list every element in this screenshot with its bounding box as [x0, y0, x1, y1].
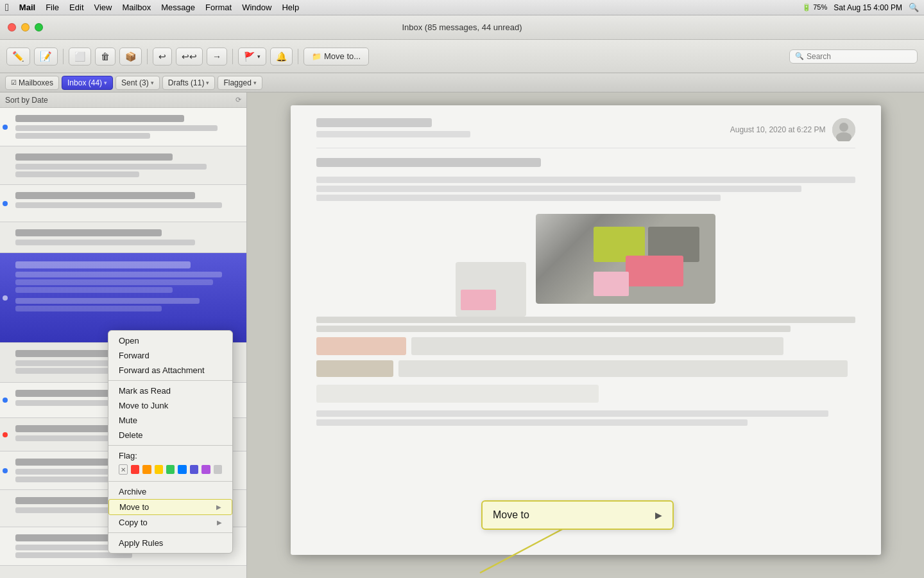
search-input[interactable] — [807, 52, 912, 61]
sort-by-date-button[interactable]: Sort by Date — [5, 96, 48, 105]
menu-message[interactable]: Message — [161, 3, 195, 12]
ctx-flag-orange[interactable] — [142, 465, 151, 474]
ctx-flag-gray[interactable] — [214, 465, 222, 474]
menu-mailbox[interactable]: Mailbox — [122, 3, 151, 12]
ctx-mute[interactable]: Mute — [108, 413, 232, 428]
notification-button[interactable]: 🔔 — [270, 48, 293, 66]
ctx-flag-indigo[interactable] — [201, 465, 210, 474]
tab-flagged-label: Flagged — [223, 78, 251, 87]
mail-window: Inbox (85 messages, 44 unread) ✏️ 📝 ⬜ 🗑 … — [0, 15, 924, 578]
move-to-bubble-arrow-icon: ▶ — [655, 510, 662, 520]
ctx-copy-to-label: Copy to — [119, 518, 148, 527]
ctx-open-label: Open — [119, 336, 139, 346]
list-item[interactable] — [0, 253, 246, 343]
ctx-flag-green[interactable] — [166, 465, 175, 474]
tab-inbox-chevron: ▾ — [104, 80, 107, 86]
tab-sent-chevron: ▾ — [151, 80, 154, 86]
menu-edit[interactable]: Edit — [69, 3, 83, 12]
menu-bar-right: 🔋 75% Sat Aug 15 4:00 PM 🔍 — [802, 3, 919, 12]
window-controls — [8, 23, 43, 31]
tab-inbox[interactable]: Inbox (44) ▾ — [62, 76, 113, 90]
apple-menu[interactable]:  — [5, 2, 9, 13]
move-to-icon: 📁 — [312, 52, 321, 61]
maximize-button[interactable] — [35, 23, 43, 31]
search-box[interactable]: 🔍 — [789, 49, 918, 64]
menu-bar-left:  Mail File Edit View Mailbox Message Fo… — [5, 2, 299, 13]
junk-icon: 📦 — [125, 51, 136, 62]
ctx-forward-attachment[interactable]: Forward as Attachment — [108, 363, 232, 378]
delete-button[interactable]: 🗑 — [95, 48, 116, 66]
blur-row — [316, 326, 791, 332]
list-item[interactable] — [0, 108, 246, 146]
ctx-apply-rules[interactable]: Apply Rules — [108, 536, 232, 550]
ctx-flag-none[interactable]: ✕ — [119, 464, 128, 475]
email-from-blurred — [316, 118, 432, 127]
email-preview-panel: August 10, 2020 at 6:22 PM — [247, 92, 924, 578]
ctx-delete[interactable]: Delete — [108, 428, 232, 442]
search-icon: 🔍 — [795, 52, 804, 60]
ctx-flag-yellow[interactable] — [155, 465, 163, 474]
forward-button[interactable]: → — [207, 48, 227, 66]
ctx-copy-to-submenu-icon: ▶ — [217, 519, 222, 526]
close-button[interactable] — [8, 23, 16, 31]
tab-sent[interactable]: Sent (3) ▾ — [116, 76, 160, 90]
minimize-button[interactable] — [21, 23, 30, 31]
move-to-button[interactable]: 📁 Move to... — [304, 48, 369, 66]
tab-flagged-chevron: ▾ — [253, 80, 257, 86]
tab-drafts-chevron: ▾ — [206, 80, 209, 86]
email-link-row — [316, 360, 855, 377]
tab-drafts[interactable]: Drafts (11) ▾ — [162, 76, 216, 90]
toolbar: ✏️ 📝 ⬜ 🗑 📦 ↩ ↩↩ → 🚩 ▾ 🔔 — [0, 40, 924, 73]
move-to-bubble: Move to ▶ — [481, 500, 674, 530]
context-menu: Open Forward Forward as Attachment Mark … — [108, 330, 233, 554]
reply-all-button[interactable]: ↩↩ — [176, 48, 203, 66]
ctx-mark-read[interactable]: Mark as Read — [108, 383, 232, 398]
avatar — [832, 118, 855, 141]
ctx-archive[interactable]: Archive — [108, 484, 232, 499]
menu-format[interactable]: Format — [205, 3, 232, 12]
menu-window[interactable]: Window — [242, 3, 271, 12]
ctx-forward[interactable]: Forward — [108, 348, 232, 363]
archive-button[interactable]: ⬜ — [69, 48, 91, 66]
email-content: August 10, 2020 at 6:22 PM — [291, 105, 881, 555]
new-message-button[interactable]: ✏️ — [6, 48, 30, 66]
menu-help[interactable]: Help — [282, 3, 299, 12]
toolbar-separator-1 — [63, 49, 64, 64]
menu-file[interactable]: File — [46, 3, 59, 12]
ctx-flag-blue[interactable] — [178, 465, 186, 474]
blur-row — [316, 419, 748, 426]
ctx-flag-purple[interactable] — [190, 465, 198, 474]
blur-row — [316, 317, 855, 323]
menu-bar:  Mail File Edit View Mailbox Message Fo… — [0, 0, 924, 15]
junk-button[interactable]: 📦 — [119, 48, 142, 66]
ctx-move-to-submenu-icon: ▶ — [216, 504, 221, 511]
flag-icon: 🚩 — [244, 51, 255, 62]
sort-settings-icon[interactable]: ⟳ — [235, 96, 241, 104]
menu-view[interactable]: View — [94, 3, 112, 12]
ctx-open[interactable]: Open — [108, 333, 232, 348]
reply-button[interactable]: ↩ — [153, 48, 172, 66]
menu-bar-search-icon[interactable]: 🔍 — [909, 3, 919, 12]
new-note-button[interactable]: 📝 — [34, 48, 58, 66]
list-item[interactable] — [0, 185, 246, 222]
ctx-separator-2 — [108, 445, 232, 446]
unread-indicator — [3, 468, 8, 473]
flag-button[interactable]: 🚩 ▾ — [238, 48, 266, 66]
tab-mailboxes[interactable]: ☑ Mailboxes — [5, 76, 59, 90]
list-item[interactable] — [0, 222, 246, 253]
ctx-copy-to[interactable]: Copy to ▶ — [108, 515, 232, 530]
svg-point-1 — [839, 123, 848, 132]
email-sender-info — [316, 118, 470, 137]
tab-bar: ☑ Mailboxes Inbox (44) ▾ Sent (3) ▾ Draf… — [0, 73, 924, 92]
menu-bar-datetime: Sat Aug 15 4:00 PM — [834, 3, 902, 12]
notification-icon: 🔔 — [276, 51, 287, 62]
ctx-flag-red[interactable] — [131, 465, 139, 474]
ctx-move-to[interactable]: Move to ▶ — [108, 499, 232, 515]
menu-mail[interactable]: Mail — [19, 3, 35, 12]
ctx-separator-3 — [108, 481, 232, 482]
ctx-separator-1 — [108, 380, 232, 381]
list-item[interactable] — [0, 146, 246, 185]
tab-flagged[interactable]: Flagged ▾ — [218, 76, 262, 90]
email-subject-blurred — [316, 158, 541, 167]
ctx-move-junk[interactable]: Move to Junk — [108, 398, 232, 413]
